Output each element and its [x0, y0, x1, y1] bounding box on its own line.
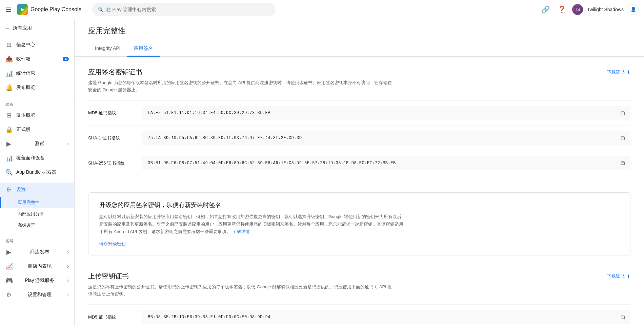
- search-icon: 🔍: [98, 7, 103, 12]
- section-header: 应用签名密钥证书 下载证书 ⬇: [88, 68, 630, 77]
- app-title: Google Play Console: [31, 6, 81, 13]
- sidebar-item-store-publish[interactable]: ▶ 商店发布 ›: [0, 245, 74, 259]
- sha1-value: 75:FA:8D:10:95:FA:6F:BC:39:ED:1F:93:76:D…: [148, 136, 302, 140]
- download-upload-cert-button[interactable]: 下载证书 ⬇: [607, 273, 630, 279]
- version-icon: ⊞: [5, 112, 12, 119]
- sidebar-divider-1: [0, 36, 74, 36]
- account-circle-icon[interactable]: 👤: [628, 4, 639, 15]
- sidebar-item-release[interactable]: 🔒 正式版: [0, 122, 74, 137]
- upgrade-title: 升级您的应用签名密钥，以便有新安装时签名: [99, 201, 619, 209]
- sidebar-item-label: 发布概览: [16, 84, 35, 91]
- copy-upload-md5-button[interactable]: ⧉: [621, 313, 625, 321]
- sidebar-item-statistics[interactable]: 📊 统计信息: [0, 66, 74, 80]
- page-header: 应用完整性 Integrity API 应用签名: [75, 19, 644, 57]
- release-icon: 🔒: [5, 126, 12, 133]
- avatar[interactable]: TS: [572, 4, 583, 15]
- sidebar-item-settings[interactable]: ⚙ 设置: [0, 183, 74, 197]
- download-upload-icon: ⬇: [627, 274, 630, 279]
- sidebar-item-label: 测试: [35, 141, 44, 147]
- sidebar: ← 所有应用 ⊞ 信息中心 📥 收件箱 4 📊 统计信息 🔔 发布概览 发布 ⊞…: [0, 19, 75, 326]
- app-bundle-icon: 🔍: [5, 169, 12, 176]
- sidebar-item-play-games[interactable]: 🎮 Play 游戏服务 ›: [0, 273, 74, 288]
- store-publish-icon: ▶: [5, 248, 12, 256]
- publish-section-label: 发布: [0, 98, 74, 108]
- copy-md5-button[interactable]: ⧉: [621, 110, 625, 117]
- statistics-icon: 📊: [5, 70, 12, 77]
- tab-integrity-api[interactable]: Integrity API: [88, 41, 127, 57]
- sidebar-item-test[interactable]: ▶ 测试 ›: [0, 137, 74, 151]
- sidebar-sub-item-label: 内部应用分享: [18, 211, 44, 217]
- sidebar-item-settings-management[interactable]: ⚙ 设置和管理 ›: [0, 288, 74, 302]
- sidebar-item-label: 正式版: [16, 127, 31, 133]
- sidebar-item-label: 设置: [16, 187, 26, 193]
- sidebar-item-label: 商店发布: [30, 249, 49, 255]
- sidebar-item-label: 设置和管理: [28, 292, 52, 298]
- sidebar-sub-item-label: 应用完整性: [18, 199, 40, 206]
- sha256-value-wrap: 3B:B1:95:F6:D8:C7:51:49:04:0F:E6:89:6C:5…: [142, 156, 630, 170]
- sidebar-item-label: App Bundle 探索器: [16, 169, 56, 175]
- expand-icon: ›: [67, 249, 69, 255]
- fingerprint-row-sha256: SHA-256 证书指纹 3B:B1:95:F6:D8:C7:51:49:04:…: [88, 151, 630, 176]
- back-label: 所有应用: [13, 25, 32, 31]
- download-upload-cert-label: 下载证书: [607, 273, 625, 279]
- inbox-badge: 4: [63, 57, 69, 61]
- link-icon[interactable]: 🔗: [540, 3, 552, 16]
- sidebar-sub-item-label: 高级设置: [18, 223, 35, 229]
- back-arrow-icon: ←: [5, 25, 10, 31]
- main-layout: ← 所有应用 ⊞ 信息中心 📥 收件箱 4 📊 统计信息 🔔 发布概览 发布 ⊞…: [0, 19, 644, 326]
- sidebar-item-label: 覆盖面和设备: [16, 155, 45, 161]
- sha1-value-wrap: 75:FA:8D:10:95:FA:6F:BC:39:ED:1F:93:76:D…: [142, 131, 630, 145]
- sidebar-item-app-bundle[interactable]: 🔍 App Bundle 探索器: [0, 165, 74, 179]
- help-icon[interactable]: ❓: [556, 3, 568, 16]
- copy-sha256-button[interactable]: ⧉: [621, 160, 625, 167]
- search-box: 🔍: [92, 3, 275, 16]
- test-icon: ▶: [5, 140, 12, 148]
- sidebar-sub-item-internal-share[interactable]: 内部应用分享: [0, 208, 74, 220]
- download-cert-button[interactable]: 下载证书 ⬇: [607, 69, 630, 75]
- sidebar-sub-item-app-integrity[interactable]: 应用完整性: [0, 197, 74, 208]
- expand-icon: ›: [67, 141, 69, 147]
- upload-fingerprint-row-md5: MD5 证书指纹 BB:D8:B5:2B:1D:E6:39:B3:E1:0F:F…: [88, 304, 630, 326]
- sidebar-sub-item-advanced-settings[interactable]: 高级设置: [0, 220, 74, 231]
- sidebar-back-button[interactable]: ← 所有应用: [0, 22, 74, 35]
- logo-icon: ▶: [17, 4, 28, 15]
- sidebar-divider-3: [0, 181, 74, 181]
- dashboard-icon: ⊞: [5, 41, 12, 49]
- sidebar-item-version-overview[interactable]: ⊞ 版本概览: [0, 108, 74, 122]
- expand-icon: ›: [67, 292, 69, 298]
- settings-icon: ⚙: [5, 186, 12, 193]
- sidebar-item-dashboard[interactable]: ⊞ 信息中心: [0, 38, 74, 52]
- tabs: Integrity API 应用签名: [88, 41, 630, 56]
- inbox-icon: 📥: [5, 55, 12, 63]
- publish-overview-icon: 🔔: [5, 84, 12, 91]
- user-name-label: Twilight Shadows: [587, 7, 624, 12]
- topbar-right: 🔗 ❓ TS Twilight Shadows 👤: [540, 3, 639, 16]
- learn-more-link[interactable]: 了解详情: [232, 229, 250, 234]
- sidebar-item-inbox[interactable]: 📥 收件箱 4: [0, 52, 74, 66]
- upload-md5-value-wrap: BB:D8:B5:2B:1D:E6:39:B3:E1:0F:FD:0C:E0:D…: [142, 310, 630, 324]
- menu-icon[interactable]: ☰: [5, 5, 12, 14]
- upgrade-desc-text: 您可以针对以后新安装的应用升级应用签名密钥，例如，如果您打算改用加密强度更高的密…: [99, 214, 403, 234]
- sha1-label: SHA-1 证书指纹: [88, 135, 142, 141]
- content-body: 应用签名密钥证书 下载证书 ⬇ 这是 Google 为您的每个版本签名时所用的应…: [75, 57, 644, 326]
- sidebar-item-store-performance[interactable]: 📈 商店内表现 ›: [0, 259, 74, 273]
- sidebar-item-publish-overview[interactable]: 🔔 发布概览: [0, 80, 74, 95]
- sidebar-item-label: 商店内表现: [28, 263, 52, 269]
- upload-cert-header: 上传密钥证书 下载证书 ⬇: [88, 272, 630, 281]
- sha256-value: 3B:B1:95:F6:D8:C7:51:49:04:0F:E6:89:6C:5…: [148, 161, 396, 166]
- upload-md5-value: BB:D8:B5:2B:1D:E6:39:B3:E1:0F:FD:0C:E0:D…: [148, 315, 270, 320]
- sidebar-item-label: 版本概览: [16, 112, 35, 118]
- download-cert-label: 下载证书: [607, 69, 625, 75]
- copy-sha1-button[interactable]: ⧉: [621, 135, 625, 142]
- upgrade-desc: 您可以针对以后新安装的应用升级应用签名密钥，例如，如果您打算改用加密强度更高的密…: [99, 213, 404, 235]
- tab-app-signing[interactable]: 应用签名: [127, 41, 160, 57]
- upload-cert-title: 上传密钥证书: [88, 272, 129, 281]
- request-upgrade-link[interactable]: 请求升级密钥: [99, 241, 126, 246]
- sidebar-item-label: 统计信息: [16, 70, 35, 76]
- sidebar-item-coverage[interactable]: 📊 覆盖面和设备: [0, 151, 74, 165]
- sidebar-item-label: 收件箱: [16, 56, 31, 62]
- content-area: 应用完整性 Integrity API 应用签名 应用签名密钥证书 下载证书 ⬇…: [75, 19, 644, 326]
- search-input[interactable]: [106, 7, 270, 12]
- store-performance-icon: 📈: [5, 263, 12, 270]
- topbar: ☰ ▶ Google Play Console 🔍 🔗 ❓ TS Twiligh…: [0, 0, 644, 19]
